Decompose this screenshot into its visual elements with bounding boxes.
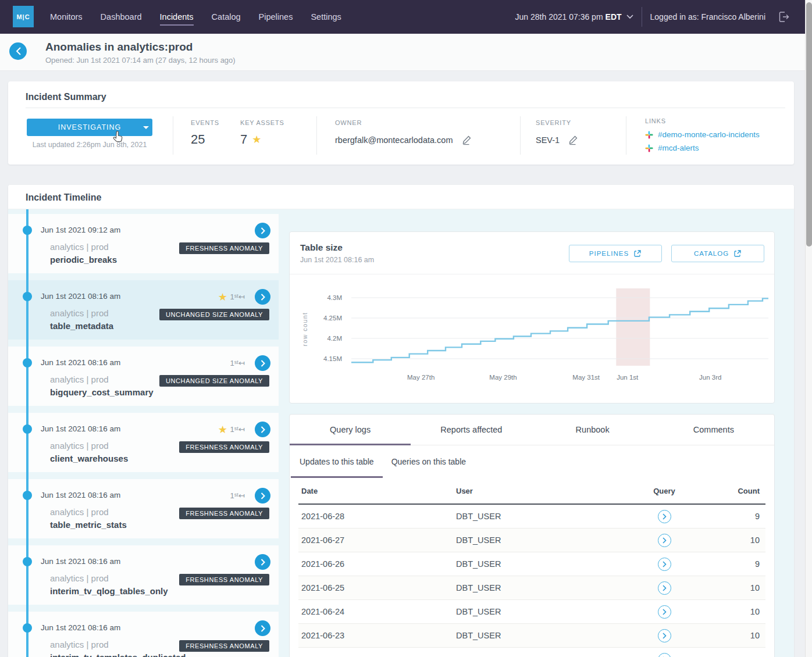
tab-comments[interactable]: Comments <box>653 415 774 445</box>
monte-carlo-logo[interactable]: M|C <box>13 6 34 27</box>
nav-item-settings[interactable]: Settings <box>311 1 341 33</box>
entry-dataset: analytics | prod <box>50 640 109 649</box>
timeline-entry-table-metric-stats[interactable]: Jun 1st 2021 08:16 amanalytics | prodtab… <box>8 479 279 538</box>
scrollbar-thumb[interactable] <box>806 2 812 247</box>
view-query-button[interactable] <box>658 653 671 657</box>
subtab-updates-to-this-table[interactable]: Updates to this table <box>291 445 383 478</box>
entry-detail-arrow-button[interactable] <box>255 355 270 371</box>
incident-summary-card: Incident Summary INVESTIGATING Last upda… <box>8 81 794 165</box>
timeline-entry-bigquery-cost-summary[interactable]: Jun 1st 2021 08:16 amanalytics | prodbig… <box>8 347 279 406</box>
chevron-right-icon <box>663 585 667 591</box>
chevron-right-icon <box>261 227 265 234</box>
chevron-left-icon <box>16 47 21 55</box>
tab-reports-affected[interactable]: Reports affected <box>411 415 532 445</box>
view-query-button[interactable] <box>658 558 671 571</box>
app-window: M|C MonitorsDashboardIncidentsCatalogPip… <box>0 0 812 657</box>
view-query-button[interactable] <box>658 581 671 595</box>
view-query-button[interactable] <box>658 629 671 642</box>
entry-timestamp: Jun 1st 2021 08:16 am <box>41 491 120 499</box>
cell-user: DBT_USER <box>456 631 612 640</box>
star-icon: ★ <box>218 291 227 303</box>
y-tick-label: 4.2M <box>327 335 342 342</box>
query-table-rows: 2021-06-28DBT_USER92021-06-27DBT_USER102… <box>290 505 774 657</box>
chevron-right-icon <box>663 609 667 615</box>
links-list: #demo-monte-carlo-incidents #mcd-alerts <box>645 130 760 152</box>
x-tick-label: May 29th <box>489 374 517 381</box>
timeline-dot <box>23 491 32 500</box>
table-row: 2021-06-23DBT_USER10 <box>298 624 765 648</box>
nav-item-dashboard[interactable]: Dashboard <box>101 1 142 33</box>
x-tick-label: Jun 3rd <box>699 374 721 381</box>
tab-query-logs[interactable]: Query logs <box>290 415 411 445</box>
timeline-header: Incident Timeline <box>8 185 794 209</box>
entry-timestamp: Jun 1st 2021 08:16 am <box>41 424 120 433</box>
nav-item-incidents[interactable]: Incidents <box>160 1 194 33</box>
row-count-step-chart: 4.3M4.25M4.2M4.15Mrow countMay 27thMay 2… <box>290 274 775 403</box>
edit-owner-icon[interactable] <box>461 134 473 146</box>
star-icon: ★ <box>252 133 261 146</box>
slack-channel-link--mcd-alerts[interactable]: #mcd-alerts <box>645 144 760 152</box>
timeline-entry-interim-tv-templates-duplicated[interactable]: Jun 1st 2021 08:16 amanalytics | prodint… <box>8 612 279 657</box>
catalog-button[interactable]: CATALOG <box>671 245 764 262</box>
y-axis-label: row count <box>301 312 308 346</box>
star-icon: ★ <box>218 423 227 436</box>
pipelines-button[interactable]: PIPELINES <box>569 245 662 262</box>
entry-table-name: periodic_breaks <box>50 255 117 265</box>
detail-column: Table size Jun 1st 2021 08:16 am PIPELIN… <box>289 231 775 657</box>
entry-detail-arrow-button[interactable] <box>255 554 270 570</box>
divider <box>520 116 521 155</box>
cell-count: 10 <box>717 607 765 616</box>
view-query-button[interactable] <box>658 605 671 619</box>
query-log-subtabs: Updates to this tableQueries on this tab… <box>290 445 774 478</box>
y-tick-label: 4.25M <box>323 315 342 322</box>
entry-detail-arrow-button[interactable] <box>255 223 270 238</box>
cell-count: 10 <box>717 583 765 592</box>
view-query-button[interactable] <box>658 510 671 523</box>
timeline-entry-table-metadata[interactable]: Jun 1st 2021 08:16 amanalytics | prodtab… <box>8 280 279 340</box>
timeline-entry-periodic-breaks[interactable]: Jun 1st 2021 09:12 amanalytics | prodper… <box>8 214 279 273</box>
edit-severity-icon[interactable] <box>568 134 579 146</box>
chevron-right-icon <box>261 492 265 499</box>
key-assets-block: KEY ASSETS 7★ <box>240 119 284 147</box>
cell-count: 9 <box>717 512 765 521</box>
events-value: 25 <box>191 132 219 147</box>
chevron-right-icon <box>261 559 265 566</box>
nav-item-pipelines[interactable]: Pipelines <box>259 1 293 33</box>
cell-date: 2021-06-28 <box>298 512 456 521</box>
divider <box>26 108 785 108</box>
cell-user: DBT_USER <box>456 607 612 616</box>
chevron-right-icon <box>663 513 667 520</box>
cell-date: 2021-06-23 <box>298 631 456 640</box>
status-dropdown-button[interactable]: INVESTIGATING <box>27 119 152 136</box>
logged-in-text: Logged in as: Francisco Alberini <box>650 12 765 22</box>
entry-detail-arrow-button[interactable] <box>255 289 270 305</box>
timeline-entry-interim-tv-qlog-tables-only[interactable]: Jun 1st 2021 08:16 amanalytics | prodint… <box>8 545 279 605</box>
cell-date: 2021-06-25 <box>298 583 456 592</box>
nav-item-catalog[interactable]: Catalog <box>212 1 241 33</box>
table-size-title: Table size <box>300 242 343 253</box>
timeline-dot <box>23 557 32 566</box>
page-scrollbar[interactable] <box>805 0 812 657</box>
entry-detail-arrow-button[interactable] <box>255 422 270 437</box>
page-subtitle: Opened: Jun 1st 2021 07:14 am (27 days, … <box>45 56 236 65</box>
timeline-title: Incident Timeline <box>26 192 101 203</box>
timeline-dot <box>23 292 32 301</box>
severity-value: SEV-1 <box>536 135 560 145</box>
nav-item-monitors[interactable]: Monitors <box>50 1 83 33</box>
logout-icon[interactable] <box>777 10 790 23</box>
table-size-timestamp: Jun 1st 2021 08:16 am <box>300 256 374 264</box>
entry-detail-arrow-button[interactable] <box>255 488 270 504</box>
timeline-entry-client-warehouses[interactable]: Jun 1st 2021 08:16 amanalytics | prodcli… <box>8 413 279 472</box>
tab-runbook[interactable]: Runbook <box>532 415 653 445</box>
datetime-selector[interactable]: Jun 28th 2021 07:36 pm EDT <box>515 12 633 22</box>
back-button[interactable] <box>9 42 27 60</box>
anomaly-band <box>616 288 650 366</box>
entry-detail-arrow-button[interactable] <box>255 620 270 636</box>
subtab-queries-on-this-table[interactable]: Queries on this table <box>383 445 475 478</box>
anomaly-type-badge: FRESHNESS ANOMALY <box>179 640 269 652</box>
slack-channel-link--demo-monte-carlo-incidents[interactable]: #demo-monte-carlo-incidents <box>645 130 760 139</box>
view-query-button[interactable] <box>658 534 671 547</box>
anomaly-type-badge: UNCHANGED SIZE ANOMALY <box>159 375 269 387</box>
table-row: 2021-06-26DBT_USER9 <box>298 552 765 576</box>
entry-timestamp: Jun 1st 2021 09:12 am <box>41 226 120 234</box>
